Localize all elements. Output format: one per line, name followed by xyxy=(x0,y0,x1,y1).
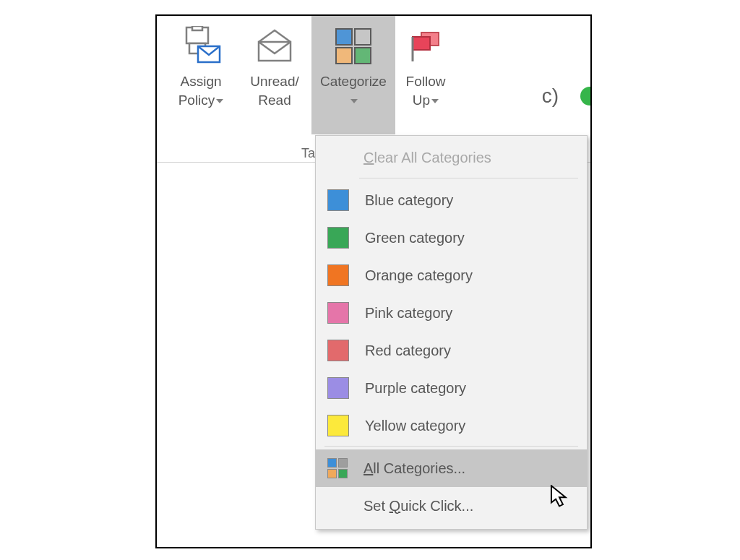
svg-rect-1 xyxy=(192,26,202,30)
menu-label: Blue category xyxy=(365,192,453,209)
color-swatch-red xyxy=(327,340,349,361)
menu-label: Pink category xyxy=(365,305,452,322)
ribbon-group-label: Ta xyxy=(301,146,315,161)
categorize-label: Categorize xyxy=(320,74,387,89)
envelope-open-icon xyxy=(240,22,309,69)
menu-icon-spacer xyxy=(327,496,348,516)
menu-item-set-quick-click[interactable]: Set Quick Click... xyxy=(316,487,587,525)
menu-label: Yellow category xyxy=(365,418,465,434)
unread-read-button[interactable]: Unread/ Read xyxy=(240,16,309,134)
menu-label-all: All Categories... xyxy=(363,460,465,477)
color-swatch-green xyxy=(327,227,349,249)
assign-policy-label-2: Policy xyxy=(178,92,215,108)
menu-item-purple[interactable]: Purple category xyxy=(316,369,587,407)
menu-item-all-categories[interactable]: All Categories... xyxy=(316,449,587,487)
menu-label: Orange category xyxy=(365,267,473,284)
color-swatch-purple xyxy=(327,377,349,399)
clipped-text: c) xyxy=(542,85,559,108)
assign-policy-button[interactable]: Assign Policy xyxy=(165,16,236,134)
menu-item-orange[interactable]: Orange category xyxy=(316,257,587,294)
color-swatch-yellow xyxy=(327,415,349,436)
unread-label-1: Unread/ xyxy=(250,74,299,89)
dropdown-caret-icon xyxy=(216,99,223,103)
all-categories-icon xyxy=(327,458,348,478)
menu-separator xyxy=(324,446,578,447)
categorize-icon xyxy=(311,22,395,69)
followup-label-2: Up xyxy=(413,92,430,108)
menu-separator xyxy=(359,178,578,178)
color-swatch-pink xyxy=(327,302,349,324)
menu-label: Red category xyxy=(365,343,451,359)
menu-label-quick: Set Quick Click... xyxy=(363,498,473,514)
svg-rect-8 xyxy=(355,48,371,64)
dropdown-caret-icon xyxy=(350,99,358,103)
svg-rect-5 xyxy=(336,29,352,45)
menu-item-red[interactable]: Red category xyxy=(316,332,587,369)
menu-label: Green category xyxy=(365,230,465,246)
menu-item-pink[interactable]: Pink category xyxy=(316,294,587,332)
presence-indicator xyxy=(580,87,590,105)
menu-item-clear-all[interactable]: Clear All Categories xyxy=(316,139,587,176)
unread-label-2: Read xyxy=(258,92,291,108)
menu-item-green[interactable]: Green category xyxy=(316,219,587,257)
color-swatch-blue xyxy=(327,189,349,211)
flag-icon xyxy=(397,22,455,69)
categorize-dropdown-menu: Clear All Categories Blue category Green… xyxy=(315,135,588,530)
right-edge-clip: c) xyxy=(542,85,590,108)
dropdown-caret-icon xyxy=(431,99,439,103)
menu-item-yellow[interactable]: Yellow category xyxy=(316,407,587,444)
svg-rect-7 xyxy=(336,48,352,64)
color-swatch-orange xyxy=(327,264,349,286)
assign-policy-icon xyxy=(165,22,236,69)
assign-policy-label-1: Assign xyxy=(180,74,221,89)
menu-item-blue[interactable]: Blue category xyxy=(316,181,587,219)
menu-label: Purple category xyxy=(365,380,466,397)
svg-rect-6 xyxy=(355,29,371,45)
categorize-button[interactable]: Categorize xyxy=(311,16,395,134)
app-frame: Assign Policy Unread/ Read xyxy=(155,14,592,548)
menu-icon-spacer xyxy=(327,147,348,168)
follow-up-button[interactable]: Follow Up xyxy=(397,16,455,134)
menu-label-clear: Clear All Categories xyxy=(363,150,491,166)
followup-label-1: Follow xyxy=(406,74,446,89)
svg-rect-10 xyxy=(413,37,430,50)
